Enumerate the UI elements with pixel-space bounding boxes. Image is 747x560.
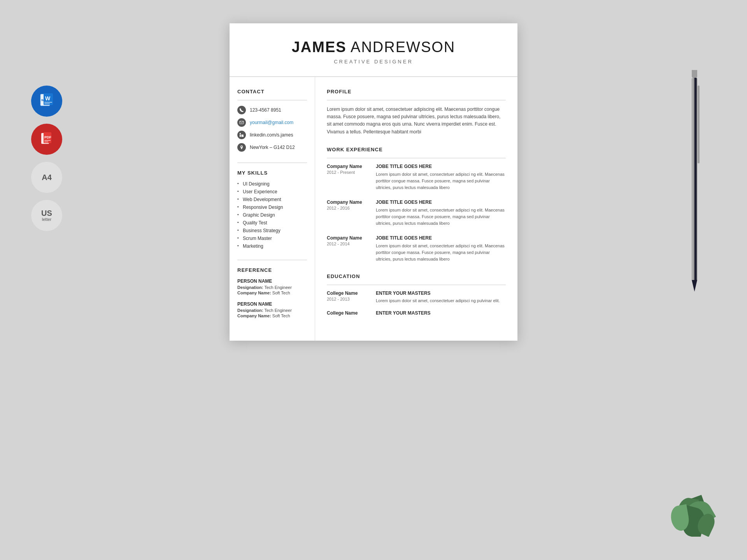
work-item-3: Company Name 2012 - 2014 JOBE TITLE GOES… [327, 235, 506, 262]
education-section: EDUCATION College Name 2012 - 2013 ENTER… [327, 273, 506, 317]
linkedin-icon [237, 131, 246, 139]
email-icon [237, 118, 246, 127]
pen-top [692, 70, 697, 78]
contact-address-item: NewYork – G142 D12 [237, 143, 307, 152]
work-right-3: JOBE TITLE GOES HERE Lorem ipsum dolor s… [376, 235, 506, 262]
skill-item: Marketing [237, 243, 307, 249]
contact-email[interactable]: yourmail@gmail.com [250, 120, 293, 125]
edu-dates-1: 2012 - 2013 [327, 297, 370, 301]
profile-divider [327, 100, 506, 100]
us-label: US [41, 209, 52, 217]
edu-item-2: College Name ENTER YOUR MASTERS [327, 310, 506, 317]
profile-title: PROFILE [327, 89, 506, 94]
ref1-designation: Designation: Tech Engineer [237, 285, 307, 290]
edu-left-1: College Name 2012 - 2013 [327, 290, 370, 304]
a4-label: A4 [42, 173, 52, 182]
profile-section: PROFILE Lorem ipsum dolor sit amet, cons… [327, 89, 506, 136]
svg-rect-12 [44, 140, 51, 141]
resume-body: CONTACT 123-4567 8951 [230, 77, 517, 341]
pdf-svg-icon: PDF [37, 130, 56, 149]
edu-degree-2: ENTER YOUR MASTERS [376, 310, 430, 316]
linkedin-svg [239, 133, 244, 137]
word-icon-btn[interactable]: W W [31, 86, 62, 117]
us-icon-btn[interactable]: US letter [31, 200, 62, 231]
work-company-1: Company Name [327, 164, 370, 169]
svg-rect-13 [44, 142, 48, 142]
svg-rect-15 [240, 133, 241, 134]
work-left-1: Company Name 2012 - Present [327, 164, 370, 191]
work-divider [327, 158, 506, 158]
education-divider [327, 285, 506, 285]
work-right-2: JOBE TITLE GOES HERE Lorem ipsum dolor s… [376, 200, 506, 227]
ref1-name: PERSON NAME [237, 278, 307, 284]
edu-item-1: College Name 2012 - 2013 ENTER YOUR MAST… [327, 290, 506, 304]
location-svg [239, 145, 244, 150]
reference-section: REFERENCE PERSON NAME Designation: Tech … [237, 267, 307, 318]
profile-text: Lorem ipsum dolor sit amet, consectetuer… [327, 106, 506, 136]
pen-clip [698, 86, 700, 163]
resume-paper: JAMES ANDREWSON CREATIVE DESIGNER CONTAC… [230, 23, 517, 341]
ref2-designation: Designation: Tech Engineer [237, 308, 307, 313]
left-column: CONTACT 123-4567 8951 [230, 77, 315, 341]
pdf-icon-btn[interactable]: PDF [31, 124, 62, 155]
work-company-2: Company Name [327, 200, 370, 205]
skill-item: Web Development [237, 197, 307, 202]
skill-item: UI Designing [237, 181, 307, 187]
work-desc-1: Lorem ipsum dolor sit amet, consectetuer… [376, 171, 506, 191]
svg-rect-16 [240, 135, 241, 137]
edu-desc-1: Lorem ipsum dolor sit amet, consectetuer… [376, 298, 500, 304]
skill-item: Quality Test [237, 220, 307, 226]
svg-text:W: W [45, 95, 51, 102]
us-sub-label: letter [42, 217, 51, 222]
contact-divider [237, 100, 307, 100]
work-dates-1: 2012 - Present [327, 170, 370, 175]
contact-title: CONTACT [237, 89, 307, 94]
skills-list: UI Designing User Experience Web Develop… [237, 181, 307, 249]
reference-item-1: PERSON NAME Designation: Tech Engineer C… [237, 278, 307, 295]
ref1-company: Company Name: Soft Tech [237, 290, 307, 295]
left-divider-1 [237, 163, 307, 163]
skill-item: Scrum Master [237, 236, 307, 241]
skill-item: Graphic Design [237, 212, 307, 218]
resume-title: CREATIVE DESIGNER [245, 59, 502, 65]
edu-left-2: College Name [327, 310, 370, 317]
svg-text:PDF: PDF [44, 135, 52, 139]
resume-name: JAMES ANDREWSON [245, 39, 502, 56]
skill-item: Business Strategy [237, 228, 307, 233]
edu-college-2: College Name [327, 310, 370, 316]
left-divider-2 [237, 260, 307, 260]
side-icons: W W PDF A4 US letter [31, 86, 62, 231]
phone-icon [237, 106, 246, 114]
work-company-3: Company Name [327, 235, 370, 241]
edu-college-1: College Name [327, 290, 370, 296]
work-dates-2: 2012 - 2016 [327, 206, 370, 210]
work-left-3: Company Name 2012 - 2014 [327, 235, 370, 262]
work-desc-3: Lorem ipsum dolor sit amet, consectetuer… [376, 243, 506, 262]
location-icon [237, 143, 246, 152]
svg-rect-18 [242, 135, 244, 135]
work-experience-title: WORK EXPERIENCE [327, 147, 506, 152]
contact-address: NewYork – G142 D12 [250, 145, 295, 150]
plant-decoration [638, 459, 716, 537]
edu-right-1: ENTER YOUR MASTERS Lorem ipsum dolor sit… [376, 290, 500, 304]
work-desc-2: Lorem ipsum dolor sit amet, consectetuer… [376, 207, 506, 227]
svg-rect-14 [240, 121, 244, 124]
skill-item: Responsive Design [237, 205, 307, 210]
contact-linkedin-item: linkedin.com/s.james [237, 131, 307, 139]
contact-phone: 123-4567 8951 [250, 107, 281, 113]
edu-degree-1: ENTER YOUR MASTERS [376, 290, 500, 296]
work-right-1: JOBE TITLE GOES HERE Lorem ipsum dolor s… [376, 164, 506, 191]
a4-icon-btn[interactable]: A4 [31, 162, 62, 193]
resume-header: JAMES ANDREWSON CREATIVE DESIGNER [230, 23, 517, 77]
skill-item: User Experience [237, 189, 307, 194]
svg-rect-7 [44, 103, 50, 104]
skills-title: MY SKILLS [237, 170, 307, 176]
work-item-2: Company Name 2012 - 2016 JOBE TITLE GOES… [327, 200, 506, 227]
work-title-3: JOBE TITLE GOES HERE [376, 235, 506, 241]
work-title-2: JOBE TITLE GOES HERE [376, 200, 506, 205]
phone-svg [239, 108, 244, 112]
contact-section: CONTACT 123-4567 8951 [237, 89, 307, 152]
email-svg [239, 120, 244, 125]
word-svg-icon: W W [37, 92, 56, 110]
edu-right-2: ENTER YOUR MASTERS [376, 310, 430, 317]
